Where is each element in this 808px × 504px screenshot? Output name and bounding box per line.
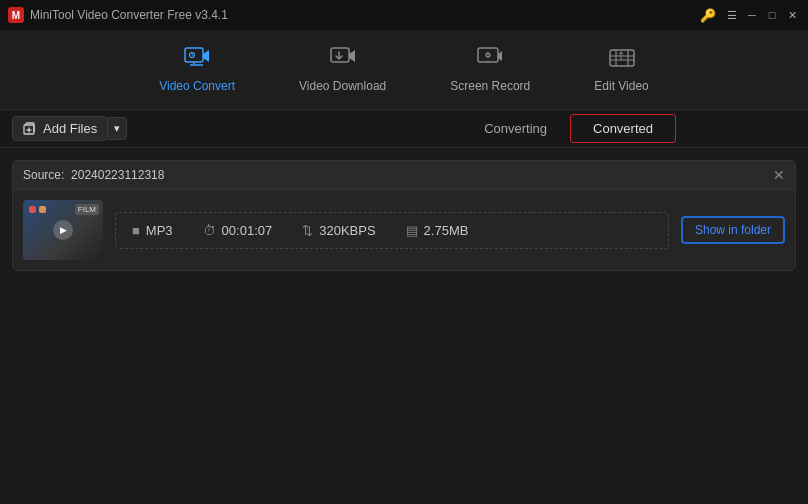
tab-screen-record-label: Screen Record xyxy=(450,79,530,93)
app-logo: M xyxy=(8,7,24,23)
file-card-header: Source: 20240223112318 ✕ xyxy=(13,161,795,190)
close-button[interactable]: ✕ xyxy=(784,7,800,23)
meta-size: ▤ 2.75MB xyxy=(406,223,469,238)
video-download-icon xyxy=(330,47,356,75)
tab-video-convert-label: Video Convert xyxy=(159,79,235,93)
edit-video-icon xyxy=(609,47,635,75)
file-meta: ■ MP3 ⏱ 00:01:07 ⇅ 320KBPS ▤ 2.75MB xyxy=(115,212,669,249)
nav-tabs: Video Convert Video Download Screen Reco… xyxy=(0,30,808,110)
format-value: MP3 xyxy=(146,223,173,238)
add-files-button[interactable]: Add Files xyxy=(12,116,108,141)
meta-duration: ⏱ 00:01:07 xyxy=(203,223,273,238)
tab-screen-record[interactable]: Screen Record xyxy=(438,39,542,101)
bitrate-icon: ⇅ xyxy=(302,223,313,238)
size-icon: ▤ xyxy=(406,223,418,238)
svg-point-5 xyxy=(488,54,489,55)
tab-video-download-label: Video Download xyxy=(299,79,386,93)
thumbnail-label: FILM xyxy=(75,204,99,215)
tab-video-download[interactable]: Video Download xyxy=(287,39,398,101)
sub-tabs: Converting Converted xyxy=(461,114,676,143)
meta-format: ■ MP3 xyxy=(132,223,173,238)
dot-red xyxy=(29,206,36,213)
duration-icon: ⏱ xyxy=(203,223,216,238)
thumbnail-inner: FILM ▶ xyxy=(23,200,103,260)
bitrate-value: 320KBPS xyxy=(319,223,375,238)
minimize-button[interactable]: ─ xyxy=(744,7,760,23)
add-files-dropdown[interactable]: ▾ xyxy=(108,117,127,140)
menu-button[interactable]: ☰ xyxy=(724,7,740,23)
screen-record-icon xyxy=(477,47,503,75)
app-title: MiniTool Video Converter Free v3.4.1 xyxy=(30,8,228,22)
sub-tab-converted[interactable]: Converted xyxy=(570,114,676,143)
titlebar-left: M MiniTool Video Converter Free v3.4.1 xyxy=(8,7,228,23)
titlebar: M MiniTool Video Converter Free v3.4.1 🔑… xyxy=(0,0,808,30)
file-source: Source: 20240223112318 xyxy=(23,168,164,182)
sub-tabs-bar: Add Files ▾ Converting Converted xyxy=(0,110,808,148)
duration-value: 00:01:07 xyxy=(222,223,273,238)
content-area: Source: 20240223112318 ✕ FILM ▶ xyxy=(0,148,808,504)
thumbnail-dots xyxy=(29,206,46,213)
sub-tab-converting[interactable]: Converting xyxy=(461,114,570,143)
source-value: 20240223112318 xyxy=(71,168,164,182)
add-files-icon xyxy=(23,122,37,136)
source-label: Source: xyxy=(23,168,64,182)
tab-edit-video[interactable]: Edit Video xyxy=(582,39,661,101)
svg-rect-2 xyxy=(331,48,349,62)
file-thumbnail: FILM ▶ xyxy=(23,200,103,260)
show-in-folder-button[interactable]: Show in folder xyxy=(681,216,785,244)
maximize-button[interactable]: □ xyxy=(764,7,780,23)
meta-bitrate: ⇅ 320KBPS xyxy=(302,223,375,238)
dot-orange xyxy=(39,206,46,213)
video-convert-icon xyxy=(184,47,210,75)
format-icon: ■ xyxy=(132,223,140,238)
add-files-label: Add Files xyxy=(43,121,97,136)
tab-video-convert[interactable]: Video Convert xyxy=(147,39,247,101)
key-icon: 🔑 xyxy=(700,8,716,23)
file-card-body: FILM ▶ ■ MP3 ⏱ 00:01:07 ⇅ 320KBPS xyxy=(13,190,795,270)
tab-edit-video-label: Edit Video xyxy=(594,79,649,93)
file-card: Source: 20240223112318 ✕ FILM ▶ xyxy=(12,160,796,271)
titlebar-controls: 🔑 ☰ ─ □ ✕ xyxy=(700,7,800,23)
size-value: 2.75MB xyxy=(424,223,469,238)
play-button[interactable]: ▶ xyxy=(53,220,73,240)
close-card-button[interactable]: ✕ xyxy=(773,167,785,183)
